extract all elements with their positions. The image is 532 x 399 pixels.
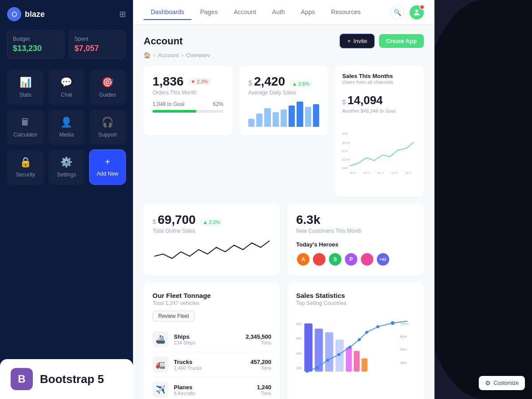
orders-badge: ▼ 2.2%	[188, 78, 211, 85]
sales-stats-card: Sales Statistics Top Selling Countries 8…	[287, 283, 424, 399]
sidebar-item-chat[interactable]: 💬 Chat	[48, 70, 85, 105]
sidebar-item-chat-label: Chat	[61, 92, 72, 98]
second-grid: $ 69,700 ▲ 2.2% Total Online Sales 6.3k	[144, 204, 424, 276]
user-avatar[interactable]	[410, 5, 424, 20]
nav-link-auth[interactable]: Auth	[265, 5, 292, 20]
logo-area: ⬡ blaze	[7, 7, 45, 21]
online-sales-wave-chart	[153, 234, 271, 265]
fleet-card: Our Fleet Tonnage Total 1,247 vehicles R…	[144, 283, 280, 399]
daily-sales-label: Average Daily Sales	[248, 90, 319, 96]
sidebar-item-media-label: Media	[59, 132, 74, 138]
spent-label: Spent	[74, 36, 120, 42]
media-icon: 👤	[60, 117, 72, 128]
new-customers-value: 6.3k	[296, 213, 321, 227]
search-button[interactable]: 🔍	[390, 5, 404, 20]
svg-rect-18	[325, 332, 333, 372]
fleet-title: Our Fleet Tonnage	[153, 292, 271, 299]
nav-link-apps[interactable]: Apps	[294, 5, 322, 20]
breadcrumb-home-icon: 🏠	[144, 52, 151, 59]
breadcrumb: 🏠 › Account › Overwiev	[144, 52, 424, 59]
add-new-icon: +	[105, 157, 110, 167]
sales-month-note: Another $48,346 to Goal	[342, 108, 417, 113]
svg-text:400: 400	[296, 352, 302, 356]
bottom-grid: Our Fleet Tonnage Total 1,247 vehicles R…	[144, 283, 424, 399]
page-actions: + Invite Create App	[340, 34, 424, 48]
nav-link-dashboards[interactable]: Dashboards	[144, 5, 192, 20]
bootstrap-icon: B	[11, 368, 33, 390]
planes-value: 1,240 Tons	[257, 384, 271, 396]
trucks-desc: 1,460 Trucks	[174, 365, 202, 371]
sales-stats-title: Sales Statistics	[296, 292, 415, 299]
daily-sales-value: 2,420	[254, 74, 285, 89]
stats-grid: 1,836 ▼ 2.2% Orders This Month 1,048 to …	[144, 66, 424, 197]
stats-icon: 📊	[20, 77, 31, 88]
svg-text:Apr 10: Apr 10	[377, 172, 383, 174]
ships-name: Ships	[174, 333, 196, 340]
sales-line-chart: $24K $20.5K $17K $13.5K $10K Apr 04 Apr …	[342, 117, 417, 188]
chat-icon: 💬	[60, 77, 72, 88]
breadcrumb-sep1: ›	[153, 52, 155, 59]
page-header-row: Account + Invite Create App	[144, 34, 424, 48]
online-sales-label: Total Online Sales	[153, 228, 271, 234]
svg-rect-21	[354, 351, 360, 372]
sidebar-item-media[interactable]: 👤 Media	[48, 110, 85, 145]
daily-sales-card: $ 2,420 ▲ 2.6% Average Daily Sales	[239, 66, 328, 136]
svg-point-29	[365, 331, 368, 334]
fleet-subtitle: Total 1,247 vehicles	[153, 300, 271, 306]
svg-text:$10K: $10K	[342, 167, 348, 169]
svg-text:$17K: $17K	[342, 150, 348, 153]
sidebar-item-security[interactable]: 🔒 Security	[7, 149, 44, 185]
right-panel: ⚙ Customize	[434, 0, 532, 399]
svg-text:Apr 04: Apr 04	[350, 172, 356, 174]
sales-stats-subtitle: Top Selling Countries	[296, 300, 415, 306]
svg-rect-22	[361, 358, 367, 372]
sales-month-title: Sales This Months	[342, 73, 417, 79]
sidebar-item-stats[interactable]: 📊 Stats	[7, 70, 44, 105]
sidebar-item-settings[interactable]: ⚙️ Settings	[48, 149, 85, 185]
sidebar-item-add-new[interactable]: + Add New	[89, 149, 126, 185]
orders-progress: 1,048 to Goal 62%	[153, 101, 223, 113]
sidebar-item-calculator[interactable]: 🖩 Calculator	[7, 110, 44, 145]
invite-button[interactable]: + Invite	[340, 34, 375, 48]
logo-text: blaze	[25, 10, 45, 19]
nav-link-account[interactable]: Account	[227, 5, 263, 20]
nav-grid: 📊 Stats 💬 Chat 🎯 Guides 🖩 Calculator 👤 M…	[7, 70, 126, 185]
settings-icon: ⚙️	[60, 156, 72, 168]
trucks-value: 457,200 Tons	[250, 359, 271, 371]
sidebar-item-support[interactable]: 🎧 Support	[89, 110, 126, 145]
progress-bar-fill	[153, 110, 196, 113]
svg-point-24	[316, 366, 319, 369]
svg-text:Apr 16: Apr 16	[405, 172, 411, 174]
customize-icon: ⚙	[485, 379, 491, 387]
heroes-title: Today's Heroes	[296, 241, 415, 248]
review-fleet-button[interactable]: Review Fleet	[153, 311, 195, 321]
sidebar-item-guides[interactable]: 🎯 Guides	[89, 70, 126, 105]
sales-month-prefix: $	[342, 98, 346, 106]
fleet-row-planes: ✈️ Planes 8 Aircrafts 1,240 Tons	[153, 377, 271, 399]
hero-avatar-3: S	[328, 252, 342, 266]
trucks-name: Trucks	[174, 359, 202, 365]
hero-avatar-5	[360, 252, 374, 266]
orders-badge-arrow: ▼	[191, 79, 196, 84]
security-icon: 🔒	[20, 156, 31, 168]
nav-link-pages[interactable]: Pages	[193, 5, 225, 20]
nav-link-resources[interactable]: Resources	[324, 5, 368, 20]
sidebar-header: ⬡ blaze ⊞	[7, 7, 126, 21]
online-sales-badge: ▲ 2.2%	[200, 219, 223, 226]
sidebar-menu-icon[interactable]: ⊞	[119, 9, 126, 19]
orders-value: 1,836	[153, 74, 184, 89]
support-icon: 🎧	[102, 117, 113, 128]
create-app-button[interactable]: Create App	[379, 34, 424, 48]
orders-label: Orders This Month	[153, 90, 223, 96]
budget-row: Budget $13,230 Spent $7,057	[7, 30, 126, 59]
customize-button[interactable]: ⚙ Customize	[479, 376, 525, 390]
hero-avatar-2	[312, 252, 326, 266]
svg-rect-20	[346, 347, 352, 372]
calculator-icon: 🖩	[20, 117, 30, 128]
new-customers-card: 6.3k New Customers This Month Today's He…	[287, 204, 424, 276]
ships-desc: 234 Ships	[174, 340, 196, 345]
svg-text:40%: 40%	[400, 361, 407, 365]
daily-sales-badge: ▲ 2.6%	[289, 80, 312, 87]
sales-month-subtitle: Users from all channels	[342, 79, 417, 85]
logo-icon: ⬡	[7, 7, 21, 21]
